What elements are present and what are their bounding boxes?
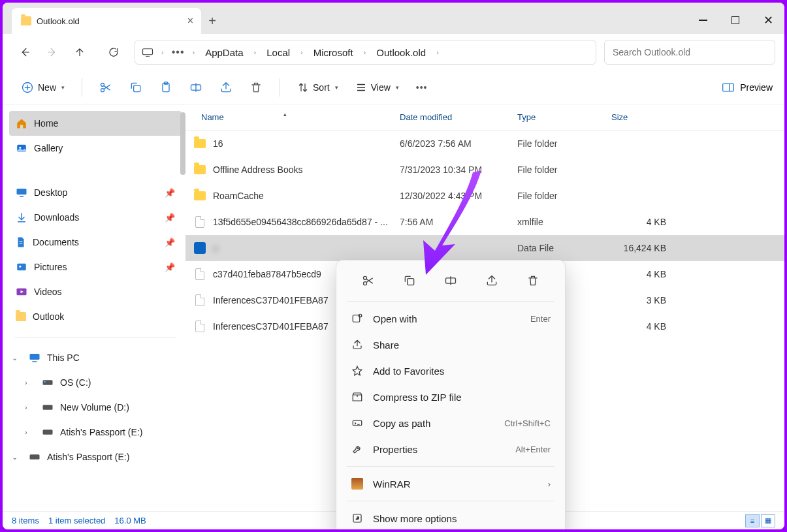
wrench-icon: [351, 443, 364, 455]
address-bar[interactable]: › ••• › AppData › Local › Microsoft › Ou…: [135, 40, 596, 65]
file-name: a: [213, 243, 400, 253]
column-date[interactable]: Date modified: [394, 112, 512, 122]
breadcrumb-local[interactable]: Local: [264, 47, 293, 58]
back-button[interactable]: [12, 40, 38, 64]
search-input[interactable]: [613, 47, 767, 57]
file-row[interactable]: 13f5d655e09456438cc866926da65d87 - ...7:…: [185, 209, 784, 235]
column-name[interactable]: Name▴: [185, 112, 394, 122]
ctx-share-item[interactable]: Share: [340, 332, 561, 358]
file-icon: [195, 216, 204, 228]
chevron-right-icon[interactable]: ›: [25, 428, 35, 436]
refresh-button[interactable]: [101, 40, 127, 64]
forward-button[interactable]: [39, 40, 65, 64]
svg-rect-0: [143, 49, 153, 55]
chevron-right-icon[interactable]: ›: [192, 48, 195, 56]
copy-button[interactable]: [123, 76, 149, 99]
breadcrumb-microsoft[interactable]: Microsoft: [311, 47, 356, 58]
new-button[interactable]: New ▾: [14, 76, 71, 99]
new-tab-button[interactable]: +: [201, 8, 223, 34]
sidebar-new-volume-d[interactable]: › New Volume (D:): [9, 395, 182, 420]
svg-rect-23: [408, 279, 414, 285]
toolbar: New ▾ Sort ▾ View ▾: [3, 70, 784, 104]
details-view-button[interactable]: ≡: [745, 514, 760, 527]
sidebar-thispc[interactable]: ⌄ This PC: [9, 345, 182, 370]
file-date: 7:56 AM: [400, 217, 517, 227]
sidebar-passport-e-2[interactable]: ⌄ Atish's Passport (E:): [9, 445, 182, 469]
ctx-share[interactable]: [482, 271, 502, 290]
close-window-button[interactable]: ✕: [752, 7, 784, 34]
ctx-properties[interactable]: PropertiesAlt+Enter: [340, 436, 561, 462]
ctx-copy[interactable]: [400, 271, 419, 290]
open-with-icon: [351, 313, 364, 324]
sidebar-gallery[interactable]: Gallery: [9, 136, 182, 161]
search-box[interactable]: [604, 40, 775, 65]
ctx-delete[interactable]: [523, 271, 543, 290]
ctx-cut[interactable]: [359, 271, 378, 290]
svg-rect-12: [17, 264, 26, 271]
folder-icon: [21, 16, 31, 25]
close-tab-icon[interactable]: ×: [187, 15, 193, 27]
icons-view-button[interactable]: ▦: [761, 514, 775, 527]
ctx-show-more[interactable]: Show more options: [340, 505, 561, 529]
ctx-rename[interactable]: [441, 271, 460, 290]
file-row[interactable]: 166/6/2023 7:56 AMFile folder: [185, 131, 784, 157]
ctx-add-favorites[interactable]: Add to Favorites: [340, 358, 561, 384]
maximize-button[interactable]: [719, 7, 752, 34]
view-button[interactable]: View ▾: [349, 76, 406, 99]
svg-point-2: [101, 83, 104, 86]
sidebar-videos[interactable]: Videos: [9, 279, 182, 304]
breadcrumb-appdata[interactable]: AppData: [202, 47, 246, 58]
ctx-winrar[interactable]: WinRAR›: [340, 471, 561, 497]
desktop-icon: [16, 187, 27, 198]
svg-rect-11: [17, 189, 27, 195]
folder-icon: [16, 312, 26, 321]
breadcrumb-outlook-old[interactable]: Outlook.old: [374, 47, 428, 58]
chevron-right-icon[interactable]: ›: [300, 48, 303, 56]
column-size[interactable]: Size: [606, 112, 784, 122]
trash-icon: [249, 81, 263, 94]
ctx-compress-zip[interactable]: Compress to ZIP file: [340, 384, 561, 410]
delete-button[interactable]: [243, 76, 269, 99]
sidebar-home[interactable]: Home: [9, 111, 182, 136]
column-type[interactable]: Type: [512, 112, 606, 122]
zip-icon: [351, 391, 364, 403]
chevron-right-icon[interactable]: ›: [161, 48, 164, 56]
file-row[interactable]: RoamCache12/30/2022 4:43 PMFile folder: [185, 183, 784, 209]
up-button[interactable]: [67, 40, 93, 64]
context-menu: Open withEnter Share Add to Favorites Co…: [336, 260, 566, 529]
sidebar-os-c[interactable]: › OS (C:): [9, 370, 182, 395]
sidebar-downloads[interactable]: Downloads📌: [9, 205, 182, 230]
sidebar-pictures[interactable]: Pictures📌: [9, 255, 182, 279]
file-type: File folder: [517, 138, 611, 149]
ctx-copy-path[interactable]: Copy as pathCtrl+Shift+C: [340, 410, 561, 436]
sidebar-outlook[interactable]: Outlook: [9, 304, 182, 329]
chevron-right-icon[interactable]: ›: [254, 48, 257, 56]
chevron-down-icon[interactable]: ⌄: [12, 354, 22, 362]
file-row[interactable]: aData File16,424 KB: [185, 235, 784, 261]
drive-icon: [29, 453, 40, 461]
svg-rect-18: [43, 405, 53, 410]
paste-button[interactable]: [153, 76, 179, 99]
ctx-open-with[interactable]: Open withEnter: [340, 305, 561, 332]
chevron-right-icon[interactable]: ›: [364, 48, 366, 56]
chevron-right-icon[interactable]: ›: [25, 403, 35, 411]
file-row[interactable]: Offline Address Books7/31/2023 10:34 PMF…: [185, 157, 784, 183]
share-button[interactable]: [213, 76, 239, 99]
sidebar-passport-e-1[interactable]: › Atish's Passport (E:): [9, 420, 182, 445]
share-icon: [485, 274, 498, 287]
tab-outlook-old[interactable]: Outlook.old ×: [12, 8, 201, 34]
chevron-right-icon[interactable]: ›: [25, 379, 35, 386]
more-button[interactable]: •••: [410, 76, 434, 99]
chevron-right-icon[interactable]: ›: [436, 48, 439, 56]
clipboard-icon: [159, 81, 172, 94]
chevron-down-icon[interactable]: ⌄: [12, 453, 22, 462]
preview-toggle[interactable]: Preview: [722, 82, 773, 93]
scrollbar[interactable]: [180, 112, 185, 175]
minimize-button[interactable]: [686, 7, 719, 34]
breadcrumb-overflow[interactable]: •••: [172, 46, 185, 58]
cut-button[interactable]: [93, 76, 119, 99]
sort-button[interactable]: Sort ▾: [291, 76, 345, 99]
rename-button[interactable]: [183, 76, 209, 99]
sidebar-desktop[interactable]: Desktop📌: [9, 180, 182, 205]
sidebar-documents[interactable]: Documents📌: [9, 230, 182, 255]
